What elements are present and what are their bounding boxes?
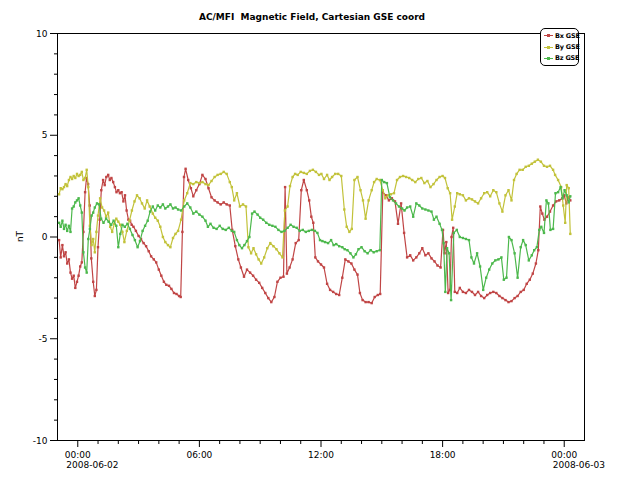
- data-point-marker: [504, 194, 506, 196]
- data-point-marker: [90, 214, 92, 216]
- data-point-marker: [241, 247, 243, 249]
- data-point-marker: [523, 289, 525, 291]
- series-line: [59, 169, 570, 303]
- data-point-marker: [222, 228, 224, 230]
- data-point-marker: [223, 201, 225, 203]
- data-point-marker: [518, 169, 520, 171]
- data-point-marker: [465, 238, 467, 240]
- data-point-marker: [201, 174, 203, 176]
- data-point-marker: [112, 220, 114, 222]
- data-point-marker: [427, 252, 429, 254]
- data-point-marker: [324, 241, 326, 243]
- data-point-marker: [117, 221, 119, 223]
- data-point-marker: [135, 230, 137, 232]
- data-point-marker: [399, 176, 401, 178]
- data-point-marker: [128, 220, 130, 222]
- data-point-marker: [562, 204, 564, 206]
- data-point-marker: [361, 299, 363, 301]
- data-point-marker: [568, 187, 570, 189]
- data-point-marker: [338, 294, 340, 296]
- series-bx-gse: [58, 168, 572, 305]
- data-point-marker: [515, 173, 517, 175]
- data-point-marker: [267, 297, 269, 299]
- data-point-marker: [237, 258, 239, 260]
- data-point-marker: [398, 205, 400, 207]
- data-point-marker: [508, 236, 510, 238]
- data-point-marker: [351, 228, 353, 230]
- data-point-marker: [114, 186, 116, 188]
- data-point-marker: [492, 291, 494, 293]
- data-point-marker: [68, 258, 70, 260]
- data-point-marker: [346, 226, 348, 228]
- data-point-marker: [421, 247, 423, 249]
- data-point-marker: [66, 185, 68, 187]
- data-point-marker: [513, 297, 515, 299]
- data-point-marker: [442, 242, 444, 244]
- data-point-marker: [536, 246, 538, 248]
- data-point-marker: [513, 252, 515, 254]
- legend-item-bz: Bz GSE: [544, 53, 578, 64]
- data-point-marker: [164, 207, 166, 209]
- data-point-marker: [163, 281, 165, 283]
- data-point-marker: [167, 244, 169, 246]
- data-point-marker: [153, 258, 155, 260]
- data-point-marker: [495, 292, 497, 294]
- data-point-marker: [195, 181, 197, 183]
- data-point-marker: [371, 189, 373, 191]
- data-point-marker: [327, 242, 329, 244]
- data-point-marker: [435, 179, 437, 181]
- x-tick-label: 06:00: [186, 450, 212, 460]
- data-point-marker: [240, 266, 242, 268]
- data-point-marker: [258, 282, 260, 284]
- x-date-label: 2008-06-03: [553, 460, 605, 470]
- data-point-marker: [331, 176, 333, 178]
- data-point-marker: [274, 226, 276, 228]
- data-point-marker: [468, 289, 470, 291]
- data-point-marker: [99, 197, 101, 199]
- data-point-marker: [263, 256, 265, 258]
- data-point-marker: [363, 250, 365, 252]
- data-point-marker: [314, 256, 316, 258]
- data-point-marker: [503, 279, 505, 281]
- legend-label-bx: Bx GSE: [555, 32, 580, 40]
- data-point-marker: [155, 261, 157, 263]
- data-point-marker: [426, 180, 428, 182]
- data-point-marker: [126, 230, 128, 232]
- data-point-marker: [209, 223, 211, 225]
- legend: Bx GSE By GSE Bz GSE: [540, 28, 579, 66]
- data-point-marker: [543, 232, 545, 234]
- data-point-marker: [501, 210, 503, 212]
- data-point-marker: [451, 219, 453, 221]
- data-point-marker: [473, 262, 475, 264]
- data-point-marker: [306, 173, 308, 175]
- data-point-marker: [61, 220, 63, 222]
- data-point-marker: [61, 244, 63, 246]
- data-point-marker: [69, 271, 71, 273]
- data-point-marker: [231, 186, 233, 188]
- data-point-marker: [549, 165, 551, 167]
- data-point-marker: [492, 189, 494, 191]
- data-point-marker: [459, 287, 461, 289]
- data-point-marker: [141, 230, 143, 232]
- data-point-marker: [433, 260, 435, 262]
- data-point-marker: [405, 176, 407, 178]
- data-point-marker: [276, 281, 278, 283]
- data-point-marker: [89, 228, 91, 230]
- data-point-marker: [535, 262, 537, 264]
- data-point-marker: [107, 221, 109, 223]
- data-point-marker: [415, 202, 417, 204]
- data-point-marker: [326, 174, 328, 176]
- data-point-marker: [243, 276, 245, 278]
- data-point-marker: [288, 266, 290, 268]
- data-point-marker: [452, 227, 454, 229]
- data-point-marker: [538, 229, 540, 231]
- data-point-marker: [384, 197, 386, 199]
- data-point-marker: [187, 179, 189, 181]
- data-point-marker: [408, 177, 410, 179]
- data-point-marker: [286, 227, 288, 229]
- data-point-marker: [415, 256, 417, 258]
- data-point-marker: [510, 300, 512, 302]
- data-point-marker: [63, 186, 65, 188]
- data-point-marker: [142, 242, 144, 244]
- data-point-marker: [136, 246, 138, 248]
